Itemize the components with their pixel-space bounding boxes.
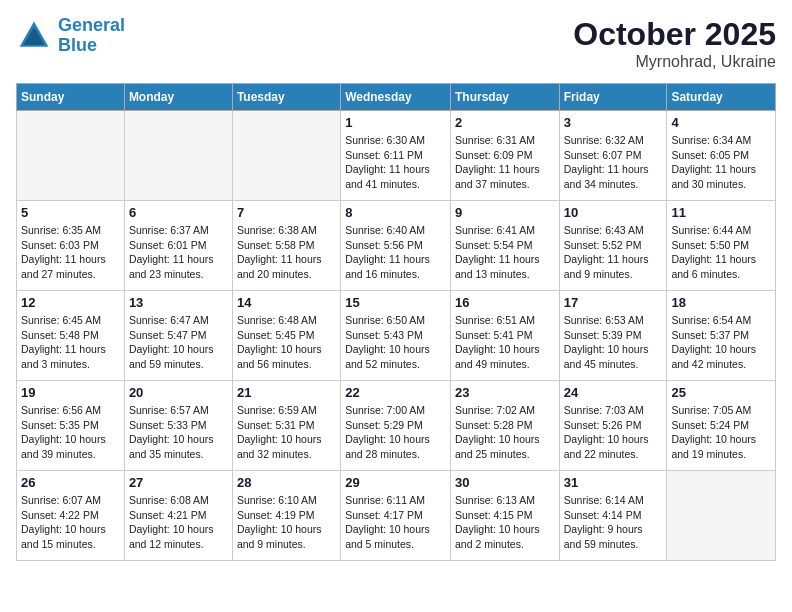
day-info: Sunrise: 6:50 AM Sunset: 5:43 PM Dayligh…: [345, 313, 446, 372]
day-number: 29: [345, 475, 446, 490]
weekday-header-monday: Monday: [124, 84, 232, 111]
day-number: 16: [455, 295, 555, 310]
weekday-header-wednesday: Wednesday: [341, 84, 451, 111]
calendar-cell: 16Sunrise: 6:51 AM Sunset: 5:41 PM Dayli…: [450, 291, 559, 381]
calendar-cell: 4Sunrise: 6:34 AM Sunset: 6:05 PM Daylig…: [667, 111, 776, 201]
calendar-cell: [124, 111, 232, 201]
calendar-cell: 9Sunrise: 6:41 AM Sunset: 5:54 PM Daylig…: [450, 201, 559, 291]
day-number: 8: [345, 205, 446, 220]
day-info: Sunrise: 6:37 AM Sunset: 6:01 PM Dayligh…: [129, 223, 228, 282]
calendar-cell: 8Sunrise: 6:40 AM Sunset: 5:56 PM Daylig…: [341, 201, 451, 291]
calendar-table: SundayMondayTuesdayWednesdayThursdayFrid…: [16, 83, 776, 561]
calendar-cell: 20Sunrise: 6:57 AM Sunset: 5:33 PM Dayli…: [124, 381, 232, 471]
calendar-cell: 13Sunrise: 6:47 AM Sunset: 5:47 PM Dayli…: [124, 291, 232, 381]
calendar-cell: 3Sunrise: 6:32 AM Sunset: 6:07 PM Daylig…: [559, 111, 667, 201]
calendar-cell: 10Sunrise: 6:43 AM Sunset: 5:52 PM Dayli…: [559, 201, 667, 291]
day-info: Sunrise: 6:13 AM Sunset: 4:15 PM Dayligh…: [455, 493, 555, 552]
calendar-cell: 12Sunrise: 6:45 AM Sunset: 5:48 PM Dayli…: [17, 291, 125, 381]
logo-icon: [16, 18, 52, 54]
day-info: Sunrise: 6:59 AM Sunset: 5:31 PM Dayligh…: [237, 403, 336, 462]
day-number: 13: [129, 295, 228, 310]
calendar-week-row: 1Sunrise: 6:30 AM Sunset: 6:11 PM Daylig…: [17, 111, 776, 201]
calendar-cell: 25Sunrise: 7:05 AM Sunset: 5:24 PM Dayli…: [667, 381, 776, 471]
day-info: Sunrise: 6:07 AM Sunset: 4:22 PM Dayligh…: [21, 493, 120, 552]
logo-line2: Blue: [58, 35, 97, 55]
location-subtitle: Myrnohrad, Ukraine: [573, 53, 776, 71]
calendar-cell: 29Sunrise: 6:11 AM Sunset: 4:17 PM Dayli…: [341, 471, 451, 561]
calendar-cell: 5Sunrise: 6:35 AM Sunset: 6:03 PM Daylig…: [17, 201, 125, 291]
day-number: 24: [564, 385, 663, 400]
logo: General Blue: [16, 16, 125, 56]
day-number: 7: [237, 205, 336, 220]
day-info: Sunrise: 6:14 AM Sunset: 4:14 PM Dayligh…: [564, 493, 663, 552]
day-number: 21: [237, 385, 336, 400]
day-info: Sunrise: 7:03 AM Sunset: 5:26 PM Dayligh…: [564, 403, 663, 462]
day-number: 12: [21, 295, 120, 310]
day-number: 1: [345, 115, 446, 130]
calendar-cell: 28Sunrise: 6:10 AM Sunset: 4:19 PM Dayli…: [232, 471, 340, 561]
calendar-cell: [232, 111, 340, 201]
day-number: 11: [671, 205, 771, 220]
day-info: Sunrise: 6:34 AM Sunset: 6:05 PM Dayligh…: [671, 133, 771, 192]
calendar-cell: 26Sunrise: 6:07 AM Sunset: 4:22 PM Dayli…: [17, 471, 125, 561]
calendar-week-row: 12Sunrise: 6:45 AM Sunset: 5:48 PM Dayli…: [17, 291, 776, 381]
calendar-cell: 27Sunrise: 6:08 AM Sunset: 4:21 PM Dayli…: [124, 471, 232, 561]
day-number: 5: [21, 205, 120, 220]
page-header: General Blue October 2025 Myrnohrad, Ukr…: [16, 16, 776, 71]
day-number: 19: [21, 385, 120, 400]
day-number: 3: [564, 115, 663, 130]
logo-line1: General: [58, 15, 125, 35]
calendar-cell: 7Sunrise: 6:38 AM Sunset: 5:58 PM Daylig…: [232, 201, 340, 291]
calendar-cell: 24Sunrise: 7:03 AM Sunset: 5:26 PM Dayli…: [559, 381, 667, 471]
calendar-cell: 21Sunrise: 6:59 AM Sunset: 5:31 PM Dayli…: [232, 381, 340, 471]
calendar-cell: 18Sunrise: 6:54 AM Sunset: 5:37 PM Dayli…: [667, 291, 776, 381]
day-number: 10: [564, 205, 663, 220]
day-number: 20: [129, 385, 228, 400]
day-info: Sunrise: 6:44 AM Sunset: 5:50 PM Dayligh…: [671, 223, 771, 282]
day-number: 4: [671, 115, 771, 130]
day-info: Sunrise: 6:11 AM Sunset: 4:17 PM Dayligh…: [345, 493, 446, 552]
day-number: 26: [21, 475, 120, 490]
day-info: Sunrise: 6:53 AM Sunset: 5:39 PM Dayligh…: [564, 313, 663, 372]
day-number: 27: [129, 475, 228, 490]
day-number: 17: [564, 295, 663, 310]
calendar-cell: 1Sunrise: 6:30 AM Sunset: 6:11 PM Daylig…: [341, 111, 451, 201]
day-number: 6: [129, 205, 228, 220]
day-info: Sunrise: 6:41 AM Sunset: 5:54 PM Dayligh…: [455, 223, 555, 282]
calendar-cell: 30Sunrise: 6:13 AM Sunset: 4:15 PM Dayli…: [450, 471, 559, 561]
day-number: 18: [671, 295, 771, 310]
day-info: Sunrise: 6:10 AM Sunset: 4:19 PM Dayligh…: [237, 493, 336, 552]
day-info: Sunrise: 6:54 AM Sunset: 5:37 PM Dayligh…: [671, 313, 771, 372]
day-info: Sunrise: 6:57 AM Sunset: 5:33 PM Dayligh…: [129, 403, 228, 462]
day-info: Sunrise: 6:56 AM Sunset: 5:35 PM Dayligh…: [21, 403, 120, 462]
calendar-week-row: 26Sunrise: 6:07 AM Sunset: 4:22 PM Dayli…: [17, 471, 776, 561]
day-number: 9: [455, 205, 555, 220]
weekday-header-saturday: Saturday: [667, 84, 776, 111]
day-number: 28: [237, 475, 336, 490]
day-info: Sunrise: 7:05 AM Sunset: 5:24 PM Dayligh…: [671, 403, 771, 462]
calendar-cell: 17Sunrise: 6:53 AM Sunset: 5:39 PM Dayli…: [559, 291, 667, 381]
day-info: Sunrise: 7:02 AM Sunset: 5:28 PM Dayligh…: [455, 403, 555, 462]
day-number: 22: [345, 385, 446, 400]
calendar-cell: [17, 111, 125, 201]
day-number: 25: [671, 385, 771, 400]
calendar-cell: 19Sunrise: 6:56 AM Sunset: 5:35 PM Dayli…: [17, 381, 125, 471]
calendar-cell: 22Sunrise: 7:00 AM Sunset: 5:29 PM Dayli…: [341, 381, 451, 471]
logo-text: General Blue: [58, 16, 125, 56]
calendar-cell: 6Sunrise: 6:37 AM Sunset: 6:01 PM Daylig…: [124, 201, 232, 291]
day-info: Sunrise: 6:48 AM Sunset: 5:45 PM Dayligh…: [237, 313, 336, 372]
weekday-header-thursday: Thursday: [450, 84, 559, 111]
day-info: Sunrise: 6:32 AM Sunset: 6:07 PM Dayligh…: [564, 133, 663, 192]
calendar-cell: 15Sunrise: 6:50 AM Sunset: 5:43 PM Dayli…: [341, 291, 451, 381]
weekday-header-sunday: Sunday: [17, 84, 125, 111]
calendar-cell: 31Sunrise: 6:14 AM Sunset: 4:14 PM Dayli…: [559, 471, 667, 561]
day-info: Sunrise: 6:30 AM Sunset: 6:11 PM Dayligh…: [345, 133, 446, 192]
day-info: Sunrise: 6:08 AM Sunset: 4:21 PM Dayligh…: [129, 493, 228, 552]
day-number: 23: [455, 385, 555, 400]
day-info: Sunrise: 6:45 AM Sunset: 5:48 PM Dayligh…: [21, 313, 120, 372]
day-info: Sunrise: 6:47 AM Sunset: 5:47 PM Dayligh…: [129, 313, 228, 372]
calendar-cell: 2Sunrise: 6:31 AM Sunset: 6:09 PM Daylig…: [450, 111, 559, 201]
day-info: Sunrise: 6:51 AM Sunset: 5:41 PM Dayligh…: [455, 313, 555, 372]
day-number: 15: [345, 295, 446, 310]
day-number: 31: [564, 475, 663, 490]
